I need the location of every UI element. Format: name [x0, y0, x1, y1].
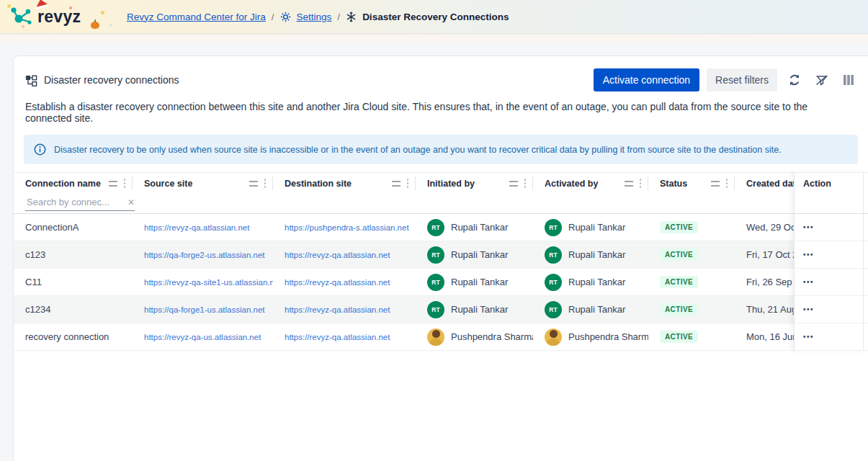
connection-name-cell: C11 — [14, 277, 133, 287]
column-menu-icon[interactable] — [711, 181, 720, 187]
reset-filters-button[interactable]: Reset filters — [707, 68, 777, 91]
column-menu-icon[interactable] — [249, 181, 258, 187]
source-site-cell: https://revyz-qa-site1-us.atlassian.net — [133, 277, 273, 287]
column-icons — [103, 179, 126, 188]
avatar: RT — [545, 246, 562, 264]
column-header[interactable]: Connection name — [14, 173, 133, 194]
avatar: RT — [545, 274, 562, 291]
status-badge: ACTIVE — [660, 221, 698, 233]
column-icons — [619, 179, 642, 188]
row-actions-button[interactable]: ••• — [803, 305, 814, 313]
activated-by-cell: RT Rupali Tankar — [533, 246, 648, 264]
search-input[interactable] — [25, 196, 117, 208]
initiated-by-cell: RT Rupali Tankar — [416, 246, 533, 264]
connection-search-box: ✕ — [25, 196, 135, 211]
info-banner-text: Disaster recovery to be only used when s… — [54, 145, 782, 155]
snowflake-icon — [346, 12, 357, 22]
destination-site-link[interactable]: https://revyz-qa.atlassian.net — [285, 278, 390, 287]
avatar: RT — [427, 246, 444, 264]
destination-site-link[interactable]: https://pushpendra-s.atlassian.net — [285, 223, 409, 232]
column-menu-icon[interactable] — [392, 181, 401, 187]
revyz-logo: revyz — [9, 4, 117, 29]
table-filter-row: ✕ — [14, 194, 868, 214]
disaster-recovery-panel: Disaster recovery connections Activate c… — [13, 55, 868, 461]
connection-name-cell: c1234 — [14, 304, 133, 315]
molecule-logo-icon — [9, 4, 33, 29]
column-kebab-icon[interactable] — [264, 179, 267, 188]
destination-site-link[interactable]: https://revyz-qa.atlassian.net — [285, 251, 390, 259]
source-site-link[interactable]: https://qa-forge2-us.atlassian.net — [144, 251, 265, 259]
column-menu-icon[interactable] — [109, 181, 117, 187]
table-row: C11 https://revyz-qa-site1-us.atlassian.… — [14, 269, 868, 296]
column-menu-icon[interactable] — [509, 181, 518, 187]
activate-connection-button[interactable]: Activate connection — [594, 68, 699, 91]
status-cell: ACTIVE — [648, 221, 735, 233]
source-site-link[interactable]: https://revyz-qa-site1-us.atlassian.net — [144, 278, 273, 287]
row-actions-button[interactable]: ••• — [803, 333, 814, 341]
activated-by-name: Pushpendra Sharma — [568, 331, 648, 342]
initiated-by-name: Rupali Tankar — [451, 304, 508, 315]
column-header-label: Status — [660, 179, 687, 189]
breadcrumb-app-link[interactable]: Revyz Command Center for Jira — [127, 12, 266, 22]
activated-by-cell: RT Rupali Tankar — [533, 301, 648, 318]
activated-by-cell: RT Rupali Tankar — [533, 274, 648, 291]
activated-by-name: Rupali Tankar — [568, 249, 625, 260]
action-cell: ••• — [795, 323, 868, 351]
logo-wordmark: revyz — [37, 7, 81, 27]
table-row: c1234 https://qa-forge1-us.atlassian.net… — [14, 296, 868, 323]
column-icons — [705, 179, 728, 188]
info-banner: Disaster recovery to be only used when s… — [24, 135, 858, 164]
column-kebab-icon[interactable] — [524, 179, 527, 188]
columns-icon[interactable] — [839, 72, 858, 88]
avatar — [545, 328, 562, 346]
destination-site-link[interactable]: https://revyz-qa.atlassian.net — [285, 305, 390, 314]
panel-title: Disaster recovery connections — [25, 74, 179, 86]
row-actions-button[interactable]: ••• — [803, 278, 814, 286]
source-site-cell: https://revyz-qa-us.atlassian.net — [133, 331, 273, 342]
source-site-link[interactable]: https://revyz-qa.atlassian.net — [144, 223, 249, 232]
initiated-by-name: Rupali Tankar — [451, 249, 508, 260]
column-kebab-icon[interactable] — [124, 179, 126, 188]
status-badge: ACTIVE — [660, 249, 698, 261]
activated-by-cell: Pushpendra Sharma — [533, 328, 648, 346]
column-kebab-icon[interactable] — [640, 179, 642, 188]
column-header-label: Initiated by — [427, 179, 475, 189]
initiated-by-cell: RT Rupali Tankar — [416, 219, 533, 236]
breadcrumb-settings-link[interactable]: Settings — [297, 12, 332, 22]
panel-title-label: Disaster recovery connections — [44, 74, 179, 86]
table-row: recovery connection https://revyz-qa-us.… — [14, 323, 868, 351]
column-header[interactable]: Activated by — [533, 173, 648, 194]
source-site-link[interactable]: https://qa-forge1-us.atlassian.net — [144, 305, 265, 314]
column-header-label: Activated by — [545, 179, 598, 189]
gear-icon — [280, 12, 291, 22]
column-icons — [386, 179, 409, 188]
column-header[interactable]: Destination site — [273, 173, 416, 194]
column-kebab-icon[interactable] — [407, 179, 409, 188]
column-header[interactable]: Source site — [133, 173, 273, 194]
row-actions-button[interactable]: ••• — [803, 251, 814, 259]
breadcrumb-separator: / — [272, 12, 274, 22]
column-kebab-icon[interactable] — [726, 179, 728, 188]
destination-site-cell: https://revyz-qa.atlassian.net — [273, 277, 416, 287]
breadcrumb-separator: / — [337, 12, 340, 22]
column-header-label: Destination site — [285, 179, 352, 189]
destination-site-link[interactable]: https://revyz-qa.atlassian.net — [285, 333, 390, 341]
status-badge: ACTIVE — [660, 303, 698, 315]
avatar: RT — [427, 274, 444, 291]
initiated-by-cell: RT Rupali Tankar — [416, 274, 533, 291]
status-badge: ACTIVE — [660, 276, 698, 288]
column-header[interactable]: Initiated by — [416, 173, 533, 194]
table-row: ConnectionA https://revyz-qa.atlassian.n… — [14, 214, 868, 241]
clear-icon[interactable]: ✕ — [127, 197, 135, 207]
panel-toolbar: Disaster recovery connections Activate c… — [14, 56, 868, 91]
column-header[interactable]: Status — [648, 173, 735, 194]
row-actions-button[interactable]: ••• — [803, 223, 814, 231]
destination-site-cell: https://revyz-qa.atlassian.net — [273, 331, 416, 342]
source-site-cell: https://revyz-qa.atlassian.net — [133, 222, 273, 233]
refresh-icon[interactable] — [784, 71, 805, 89]
filter-off-icon[interactable] — [812, 71, 832, 89]
column-header-label: Created date — [746, 179, 801, 189]
source-site-link[interactable]: https://revyz-qa-us.atlassian.net — [144, 333, 261, 341]
column-menu-icon[interactable] — [625, 181, 633, 187]
avatar: RT — [545, 301, 562, 318]
